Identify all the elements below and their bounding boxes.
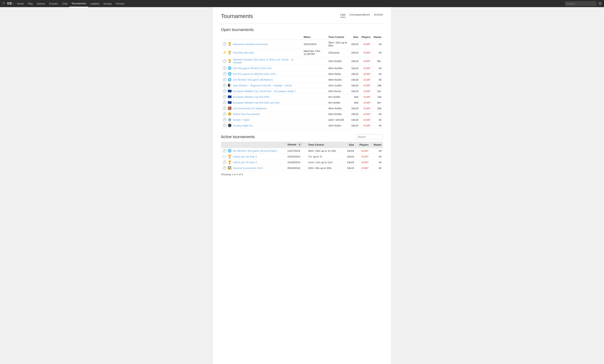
players-link[interactable]: #1397 — [364, 118, 371, 121]
players-link[interactable]: #1397 — [364, 124, 371, 127]
search-input[interactable] — [565, 1, 596, 6]
active-search-input[interactable] — [355, 134, 383, 139]
tournament-link[interactable]: Awesome sitewide tournament — [233, 43, 268, 46]
status-icon: 🕐 — [223, 161, 226, 164]
players-link[interactable]: #1397 — [364, 67, 371, 70]
players-cell: #1397 — [360, 77, 372, 83]
table-row: 🕐 🖼️ Summer tournament 2014 06/18/2014 2… — [221, 165, 383, 171]
tournament-link[interactable]: Asia Division ~ Beginner's Round ~ Hayag… — [233, 84, 292, 87]
ranks-cell: All — [372, 111, 383, 117]
logo[interactable]: GS ▾ — [2, 1, 13, 6]
main-content: Tournaments LiveCorrespondenceArchive Op… — [213, 7, 391, 364]
players-cell: #1397 — [356, 160, 370, 165]
players-cell: #1397 — [360, 83, 372, 88]
nav-item-forums[interactable]: Forums — [114, 0, 126, 7]
players-link[interactable]: #1397 — [364, 73, 371, 75]
when-cell — [302, 57, 327, 65]
tournament-link[interactable]: Online Pau Tournament — [233, 113, 260, 116]
tournament-link[interactable]: 3rd RENGO Test game (McMahon) — [233, 78, 273, 81]
tab-correspondence[interactable]: Correspondence — [350, 13, 370, 17]
tournament-link[interactable]: Simple T Open — [233, 118, 250, 121]
tournament-link[interactable]: 3rd RENGO Test game (Round Robin) — [233, 149, 277, 152]
players-link[interactable]: #1397 — [361, 167, 368, 170]
players-cell: #1397 — [360, 106, 372, 111]
nav-item-puzzles[interactable]: Puzzles — [47, 0, 60, 7]
players-link[interactable]: #1397 — [364, 51, 371, 54]
table-row: 🕐 🇪🇺 European Weekly Cup 9x9 DDK 4m+3x40… — [221, 94, 383, 100]
players-link[interactable]: #1397 — [361, 149, 368, 152]
players-link[interactable]: #1397 — [364, 90, 371, 93]
size-cell: 19x19 — [350, 117, 360, 123]
players-link[interactable]: #1397 — [364, 43, 371, 46]
when-cell — [302, 77, 327, 83]
ranks-cell: All — [372, 65, 383, 71]
status-icon: 🕐 — [223, 101, 226, 104]
notification-badge[interactable]: 0 — [598, 1, 602, 6]
players-cell: #1397 — [360, 117, 372, 123]
status-icon: ✉️ — [223, 155, 226, 158]
sort-started-button[interactable]: ▾ — [298, 143, 302, 147]
nav-item-home[interactable]: Home — [15, 0, 26, 7]
time-control-cell: 25m+5x1m — [327, 88, 350, 94]
players-link[interactable]: #1397 — [364, 60, 371, 63]
status-icon: ⚡ — [223, 51, 226, 54]
tournament-link[interactable]: Sitewide October 2014 Dans & SDKs Live 1… — [233, 58, 301, 64]
col-size: Size — [350, 34, 360, 40]
tournament-name-cell: 🕐 🌓 Asia Division ~ Beginner's Round ~ H… — [221, 83, 302, 88]
tournament-link[interactable]: European Weekly Cup 9x9 DDK — [233, 95, 269, 98]
page-title: Tournaments — [221, 13, 253, 19]
when-cell — [302, 83, 327, 88]
tab-live[interactable]: Live — [340, 13, 345, 17]
nav-item-groups[interactable]: Groups — [101, 0, 114, 7]
tournament-link[interactable]: 2nd Test game RENGO (Pair GO) — [233, 67, 272, 70]
tournament-link[interactable]: culture join 30 drop 5 — [233, 155, 257, 158]
players-link[interactable]: #1397 — [364, 107, 371, 110]
active-col-name — [221, 142, 286, 148]
players-cell: #1397 — [360, 57, 372, 65]
size-cell: 9x9 — [350, 94, 360, 100]
tournament-link[interactable]: European Weekly Cup 9x9 SDK and Dan — [233, 101, 280, 104]
col-ranks: Ranks — [372, 34, 383, 40]
tournament-link[interactable]: culture join 30 drop 4 — [233, 161, 257, 164]
size-cell: 19x19 — [343, 154, 356, 160]
tournament-name-cell: 🕐 🌐 3rd RENGO Test game (Round Robin) — [221, 148, 286, 154]
players-link[interactable]: #1397 — [361, 155, 368, 158]
tab-archive[interactable]: Archive — [374, 13, 383, 17]
nav-item-tournaments[interactable]: Tournaments — [69, 0, 88, 7]
tournament-link[interactable]: Fast blitz site wide — [233, 51, 254, 54]
nav-item-chat[interactable]: Chat — [60, 0, 69, 7]
tournament-type-icon: 🏆 — [228, 60, 232, 63]
tournament-link[interactable]: 2nd Test game for RENGO (Pair GO).... — [233, 73, 278, 75]
players-link[interactable]: #1397 — [364, 84, 371, 87]
ranks-cell: All — [372, 49, 383, 57]
tournament-link[interactable]: Sunday Night Go — [233, 124, 252, 127]
status-icon: 🕐 — [223, 89, 226, 93]
when-cell — [302, 100, 327, 106]
players-link[interactable]: #1397 — [364, 95, 371, 98]
tournament-name-cell: 🕐 🖼️ Summer tournament 2014 — [221, 165, 286, 171]
started-cell: 06/18/2014 — [286, 165, 307, 171]
main-nav: HomePlayGamesPuzzlesChatTournamentsLadde… — [15, 0, 126, 7]
tournament-name-cell: 🕐 🇪🇺 European Weekly Cup 19x19 Dan - Are… — [221, 88, 302, 94]
tournament-link[interactable]: European Weekly Cup 19x19 Dan - Are play… — [233, 90, 296, 93]
tournament-link[interactable]: Live tournament for beginners — [233, 107, 267, 110]
col-time-control: Time Control — [327, 34, 350, 40]
status-icon: 🕐 — [223, 166, 226, 170]
navbar: GS ▾ HomePlayGamesPuzzlesChatTournaments… — [0, 0, 604, 7]
tournament-type-icon: 🏆 — [228, 155, 232, 158]
players-link[interactable]: #1397 — [361, 161, 368, 164]
nav-item-games[interactable]: Games — [35, 0, 47, 7]
nav-item-play[interactable]: Play — [26, 0, 35, 7]
active-col-ranks: Ranks — [370, 142, 383, 148]
players-link[interactable]: #1397 — [364, 78, 371, 81]
nav-item-ladders[interactable]: Ladders — [88, 0, 101, 7]
table-row: ⚡ 🏆 Fast blitz site wide Wed Dec 17th, 1… — [221, 49, 383, 57]
size-cell: 19x19 — [350, 88, 360, 94]
size-cell: 19x19 — [350, 71, 360, 77]
players-cell: #1397 — [356, 165, 370, 171]
tournament-type-icon: 🌓 — [228, 84, 232, 87]
players-link[interactable]: #1397 — [364, 101, 371, 104]
tournament-link[interactable]: Summer tournament 2014 — [233, 167, 263, 170]
players-link[interactable]: #1397 — [364, 113, 371, 116]
tournament-type-icon: ⚫ — [228, 124, 232, 127]
